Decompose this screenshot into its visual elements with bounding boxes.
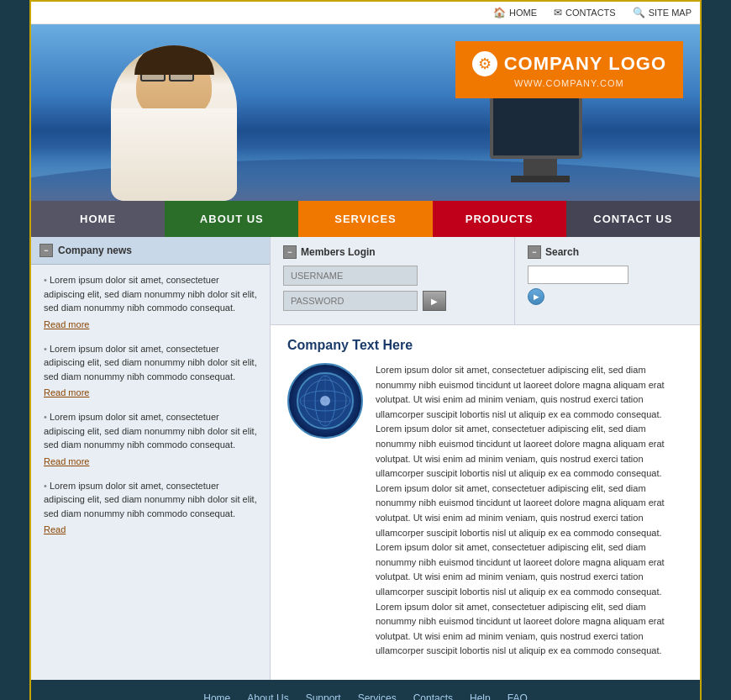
footer-link-services[interactable]: Services [358,692,397,700]
username-input[interactable] [283,266,418,286]
gear-icon: ⚙ [472,51,497,76]
search-header: − Search [528,245,687,259]
sidebar-content: Lorem ipsum dolor sit amet, consectetuer… [31,265,270,555]
search-box: − Search ▶ [515,237,700,324]
footer-link-home[interactable]: Home [203,692,230,700]
password-input[interactable] [283,291,418,311]
news-text-4: Lorem ipsum dolor sit amet, consectetuer… [44,479,257,521]
sidebar-header: − Company news [31,237,270,265]
search-go-button[interactable]: ▶ [528,288,544,305]
news-item-2: Lorem ipsum dolor sit amet, consectetuer… [44,342,257,398]
nav-products[interactable]: PRODUCTS [433,201,566,237]
news-item-1: Lorem ipsum dolor sit amet, consectetuer… [44,273,257,329]
nav-about[interactable]: ABOUT US [165,201,298,237]
nav-services[interactable]: SERVICES [298,201,432,237]
sidebar-title: Company news [58,245,132,256]
sidebar: − Company news Lorem ipsum dolor sit ame… [31,237,271,680]
search-row [528,266,687,284]
nav-home[interactable]: HOME [31,201,165,237]
read-more-link-4[interactable]: Read [44,524,257,534]
article-intro-text: Lorem ipsum dolor sit amet, consectetuer… [376,363,683,659]
read-more-link-1[interactable]: Read more [44,319,257,329]
footer: Home About Us Support Services Contacts … [31,680,700,700]
contacts-icon: ✉ [554,7,562,18]
sitemap-icon: 🔍 [633,7,645,18]
page-wrapper: 🏠 HOME ✉ CONTACTS 🔍 SITE MAP [29,0,702,700]
news-text-2: Lorem ipsum dolor sit amet, consectetuer… [44,342,257,384]
read-more-link-2[interactable]: Read more [44,387,257,397]
top-nav-home-label: HOME [509,8,537,18]
company-logo-sub: WWW.COMPANY.COM [514,78,624,88]
login-search-row: − Members Login ▶ − Search [271,237,700,325]
login-submit-button[interactable]: ▶ [423,291,446,311]
top-nav-contacts[interactable]: ✉ CONTACTS [554,7,616,18]
nav-contact[interactable]: CONTACT US [566,201,700,237]
news-text-1: Lorem ipsum dolor sit amet, consectetuer… [44,273,257,315]
login-collapse-icon[interactable]: − [283,245,297,259]
home-icon: 🏠 [493,7,506,18]
header-banner: ⚙ COMPANY LOGO WWW.COMPANY.COM [31,24,700,201]
footer-link-contacts[interactable]: Contacts [413,692,453,700]
footer-link-about[interactable]: About Us [247,692,288,700]
hero-person [82,33,266,201]
top-nav-contacts-label: CONTACTS [565,8,616,18]
footer-link-help[interactable]: Help [470,692,491,700]
article-image [287,363,363,439]
article-intro: Lorem ipsum dolor sit amet, consectetuer… [287,363,683,659]
search-title: Search [545,246,579,258]
login-header: − Members Login [283,245,502,259]
article-area: Company Text Here [271,325,700,680]
main-content: − Members Login ▶ − Search [271,237,700,680]
top-nav-sitemap-label: SITE MAP [649,8,692,18]
footer-link-faq[interactable]: FAQ [507,692,528,700]
footer-link-support[interactable]: Support [306,692,341,700]
main-nav: HOME ABOUT US SERVICES PRODUCTS CONTACT … [31,201,700,237]
article-title: Company Text Here [287,338,683,353]
read-more-link-3[interactable]: Read more [44,456,257,466]
top-nav-bar: 🏠 HOME ✉ CONTACTS 🔍 SITE MAP [31,2,700,24]
top-nav-sitemap[interactable]: 🔍 SITE MAP [633,7,692,18]
news-item-4: Lorem ipsum dolor sit amet, consectetuer… [44,479,257,535]
content-area: − Company news Lorem ipsum dolor sit ame… [31,237,700,680]
top-nav-home[interactable]: 🏠 HOME [493,7,537,18]
monitor [490,83,591,192]
login-box: − Members Login ▶ [271,237,515,324]
login-title: Members Login [301,246,376,258]
news-item-3: Lorem ipsum dolor sit amet, consectetuer… [44,410,257,466]
footer-links: Home About Us Support Services Contacts … [31,692,700,700]
search-input[interactable] [528,266,628,284]
password-row: ▶ [283,291,502,311]
news-text-3: Lorem ipsum dolor sit amet, consectetuer… [44,410,257,452]
sidebar-collapse-icon[interactable]: − [39,244,53,257]
company-logo-text: COMPANY LOGO [504,53,666,75]
logo-row: ⚙ COMPANY LOGO [472,51,666,76]
search-collapse-icon[interactable]: − [528,245,541,259]
username-row [283,266,502,286]
company-logo-box: ⚙ COMPANY LOGO WWW.COMPANY.COM [455,41,683,98]
